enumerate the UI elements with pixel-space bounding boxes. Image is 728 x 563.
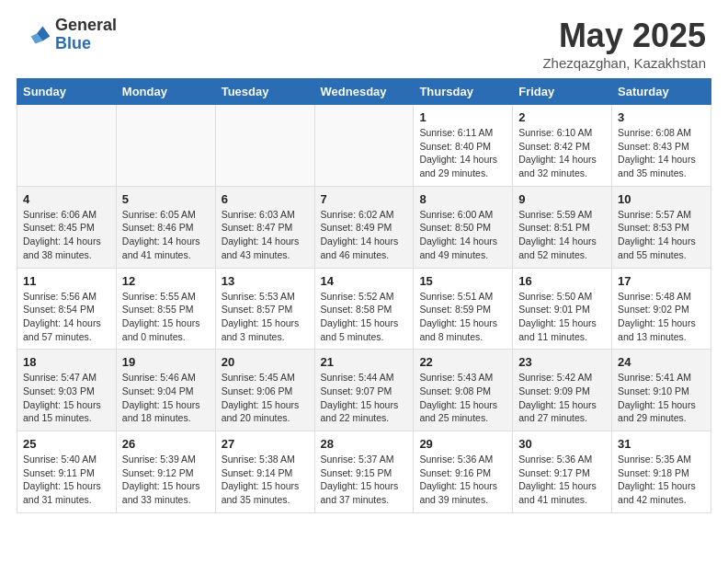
calendar-cell: 15Sunrise: 5:51 AM Sunset: 8:59 PM Dayli…	[414, 268, 513, 350]
calendar-cell: 4Sunrise: 6:06 AM Sunset: 8:45 PM Daylig…	[17, 186, 117, 268]
calendar-cell: 18Sunrise: 5:47 AM Sunset: 9:03 PM Dayli…	[17, 350, 117, 431]
calendar-cell: 9Sunrise: 5:59 AM Sunset: 8:51 PM Daylig…	[513, 186, 612, 268]
day-number: 24	[618, 355, 705, 369]
weekday-header: Tuesday	[215, 79, 314, 105]
day-info: Sunrise: 5:47 AM Sunset: 9:03 PM Dayligh…	[23, 371, 110, 425]
calendar-cell: 29Sunrise: 5:36 AM Sunset: 9:16 PM Dayli…	[414, 431, 513, 513]
calendar-body: 1Sunrise: 6:11 AM Sunset: 8:40 PM Daylig…	[17, 105, 711, 513]
calendar-cell: 6Sunrise: 6:03 AM Sunset: 8:47 PM Daylig…	[215, 186, 314, 268]
day-info: Sunrise: 5:48 AM Sunset: 9:02 PM Dayligh…	[618, 290, 705, 344]
day-info: Sunrise: 6:10 AM Sunset: 8:42 PM Dayligh…	[518, 126, 606, 180]
day-number: 11	[23, 274, 110, 288]
calendar-cell: 28Sunrise: 5:37 AM Sunset: 9:15 PM Dayli…	[314, 431, 414, 513]
logo-general-text: General	[55, 17, 117, 35]
day-info: Sunrise: 6:00 AM Sunset: 8:50 PM Dayligh…	[419, 208, 506, 262]
day-info: Sunrise: 5:43 AM Sunset: 9:08 PM Dayligh…	[419, 371, 506, 425]
day-number: 15	[419, 274, 506, 288]
calendar-cell: 24Sunrise: 5:41 AM Sunset: 9:10 PM Dayli…	[612, 350, 711, 431]
calendar-cell: 2Sunrise: 6:10 AM Sunset: 8:42 PM Daylig…	[513, 105, 612, 187]
day-number: 12	[122, 274, 210, 288]
calendar-week-row: 4Sunrise: 6:06 AM Sunset: 8:45 PM Daylig…	[17, 186, 711, 268]
logo-icon	[22, 20, 51, 50]
calendar-cell: 11Sunrise: 5:56 AM Sunset: 8:54 PM Dayli…	[17, 268, 117, 350]
day-number: 13	[222, 274, 309, 288]
day-info: Sunrise: 6:08 AM Sunset: 8:43 PM Dayligh…	[618, 126, 705, 180]
day-number: 27	[222, 437, 309, 451]
calendar-cell: 23Sunrise: 5:42 AM Sunset: 9:09 PM Dayli…	[513, 350, 612, 431]
calendar-week-row: 11Sunrise: 5:56 AM Sunset: 8:54 PM Dayli…	[17, 268, 711, 350]
day-number: 10	[618, 192, 705, 206]
calendar-title: May 2025	[542, 17, 706, 55]
weekday-header: Thursday	[414, 79, 513, 105]
page-header: General Blue May 2025 Zhezqazghan, Kazak…	[0, 0, 728, 78]
calendar-week-row: 18Sunrise: 5:47 AM Sunset: 9:03 PM Dayli…	[17, 350, 711, 431]
day-info: Sunrise: 5:45 AM Sunset: 9:06 PM Dayligh…	[222, 371, 309, 425]
weekday-header: Friday	[513, 79, 612, 105]
day-number: 5	[122, 192, 210, 206]
day-number: 7	[321, 192, 408, 206]
day-number: 22	[419, 355, 506, 369]
day-info: Sunrise: 5:39 AM Sunset: 9:12 PM Dayligh…	[122, 453, 210, 507]
day-info: Sunrise: 5:40 AM Sunset: 9:11 PM Dayligh…	[23, 453, 110, 507]
calendar-cell: 14Sunrise: 5:52 AM Sunset: 8:58 PM Dayli…	[314, 268, 414, 350]
day-number: 2	[518, 110, 606, 124]
day-number: 4	[23, 192, 110, 206]
calendar-cell: 22Sunrise: 5:43 AM Sunset: 9:08 PM Dayli…	[414, 350, 513, 431]
calendar-cell: 8Sunrise: 6:00 AM Sunset: 8:50 PM Daylig…	[414, 186, 513, 268]
calendar-week-row: 1Sunrise: 6:11 AM Sunset: 8:40 PM Daylig…	[17, 105, 711, 187]
day-info: Sunrise: 5:41 AM Sunset: 9:10 PM Dayligh…	[618, 371, 705, 425]
day-info: Sunrise: 5:44 AM Sunset: 9:07 PM Dayligh…	[321, 371, 408, 425]
calendar-cell: 20Sunrise: 5:45 AM Sunset: 9:06 PM Dayli…	[215, 350, 314, 431]
day-info: Sunrise: 5:53 AM Sunset: 8:57 PM Dayligh…	[222, 290, 309, 344]
day-number: 6	[222, 192, 309, 206]
day-info: Sunrise: 6:11 AM Sunset: 8:40 PM Dayligh…	[419, 126, 506, 180]
day-info: Sunrise: 5:56 AM Sunset: 8:54 PM Dayligh…	[23, 290, 110, 344]
calendar-cell: 17Sunrise: 5:48 AM Sunset: 9:02 PM Dayli…	[612, 268, 711, 350]
day-number: 3	[618, 110, 705, 124]
day-number: 25	[23, 437, 110, 451]
calendar-cell: 5Sunrise: 6:05 AM Sunset: 8:46 PM Daylig…	[116, 186, 215, 268]
calendar-header: SundayMondayTuesdayWednesdayThursdayFrid…	[17, 79, 711, 105]
calendar-cell	[17, 105, 117, 187]
calendar-cell: 12Sunrise: 5:55 AM Sunset: 8:55 PM Dayli…	[116, 268, 215, 350]
day-info: Sunrise: 5:35 AM Sunset: 9:18 PM Dayligh…	[618, 453, 705, 507]
calendar-table: SundayMondayTuesdayWednesdayThursdayFrid…	[17, 78, 711, 513]
day-info: Sunrise: 5:37 AM Sunset: 9:15 PM Dayligh…	[321, 453, 408, 507]
day-number: 31	[618, 437, 705, 451]
calendar-cell: 13Sunrise: 5:53 AM Sunset: 8:57 PM Dayli…	[215, 268, 314, 350]
calendar-cell: 21Sunrise: 5:44 AM Sunset: 9:07 PM Dayli…	[314, 350, 414, 431]
calendar-location: Zhezqazghan, Kazakhstan	[542, 55, 706, 71]
day-number: 20	[222, 355, 309, 369]
day-info: Sunrise: 5:55 AM Sunset: 8:55 PM Dayligh…	[122, 290, 210, 344]
calendar-cell: 1Sunrise: 6:11 AM Sunset: 8:40 PM Daylig…	[414, 105, 513, 187]
day-number: 8	[419, 192, 506, 206]
calendar-cell	[116, 105, 215, 187]
calendar-cell: 10Sunrise: 5:57 AM Sunset: 8:53 PM Dayli…	[612, 186, 711, 268]
day-info: Sunrise: 5:36 AM Sunset: 9:17 PM Dayligh…	[518, 453, 606, 507]
day-number: 17	[618, 274, 705, 288]
weekday-header: Sunday	[17, 79, 117, 105]
day-info: Sunrise: 5:36 AM Sunset: 9:16 PM Dayligh…	[419, 453, 506, 507]
day-number: 18	[23, 355, 110, 369]
calendar-cell: 25Sunrise: 5:40 AM Sunset: 9:11 PM Dayli…	[17, 431, 117, 513]
day-info: Sunrise: 6:06 AM Sunset: 8:45 PM Dayligh…	[23, 208, 110, 262]
calendar-cell: 3Sunrise: 6:08 AM Sunset: 8:43 PM Daylig…	[612, 105, 711, 187]
calendar-cell: 19Sunrise: 5:46 AM Sunset: 9:04 PM Dayli…	[116, 350, 215, 431]
calendar-cell	[215, 105, 314, 187]
calendar-cell: 7Sunrise: 6:02 AM Sunset: 8:49 PM Daylig…	[314, 186, 414, 268]
day-info: Sunrise: 5:50 AM Sunset: 9:01 PM Dayligh…	[518, 290, 606, 344]
day-number: 23	[518, 355, 606, 369]
day-info: Sunrise: 5:51 AM Sunset: 8:59 PM Dayligh…	[419, 290, 506, 344]
day-number: 30	[518, 437, 606, 451]
calendar-cell: 31Sunrise: 5:35 AM Sunset: 9:18 PM Dayli…	[612, 431, 711, 513]
calendar-cell	[314, 105, 414, 187]
calendar-cell: 26Sunrise: 5:39 AM Sunset: 9:12 PM Dayli…	[116, 431, 215, 513]
day-number: 26	[122, 437, 210, 451]
day-info: Sunrise: 6:05 AM Sunset: 8:46 PM Dayligh…	[122, 208, 210, 262]
day-number: 28	[321, 437, 408, 451]
day-info: Sunrise: 5:46 AM Sunset: 9:04 PM Dayligh…	[122, 371, 210, 425]
day-info: Sunrise: 5:42 AM Sunset: 9:09 PM Dayligh…	[518, 371, 606, 425]
logo: General Blue	[22, 17, 117, 53]
day-number: 19	[122, 355, 210, 369]
weekday-header: Wednesday	[314, 79, 414, 105]
